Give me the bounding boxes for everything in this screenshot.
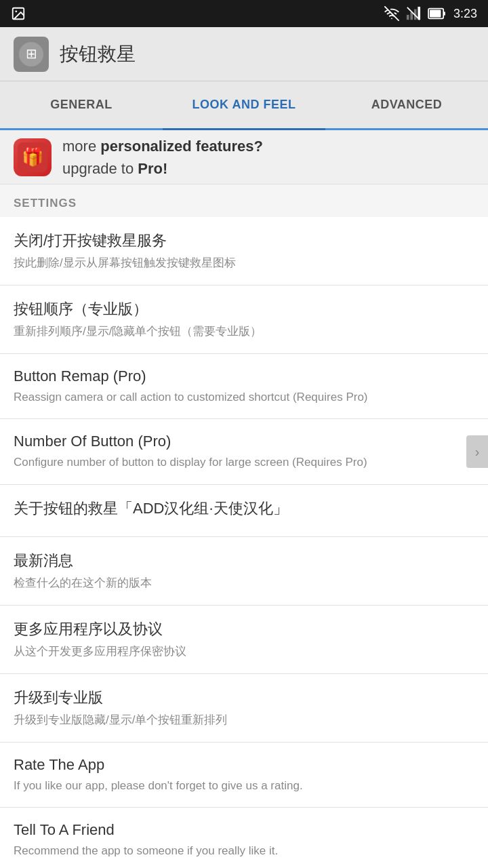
settings-item-title-7: 升级到专业版 — [14, 688, 474, 708]
settings-item-remap[interactable]: Button Remap (Pro) Reassign camera or ca… — [0, 354, 488, 420]
settings-item-title-0: 关闭/打开按键救星服务 — [14, 231, 474, 251]
settings-item-desc-1: 重新排列顺序/显示/隐藏单个按钮（需要专业版） — [14, 323, 474, 340]
image-icon — [11, 6, 26, 21]
battery-icon — [428, 6, 447, 21]
settings-item-desc-0: 按此删除/显示从屏幕按钮触发按键救星图标 — [14, 255, 474, 271]
app-title: 按钮救星 — [60, 41, 136, 67]
settings-item-title-8: Rate The App — [14, 756, 474, 774]
settings-item-service[interactable]: 关闭/打开按键救星服务 按此删除/显示从屏幕按钮触发按键救星图标 — [0, 217, 488, 285]
signal-icon — [406, 6, 421, 21]
svg-text:🎁: 🎁 — [22, 146, 44, 167]
settings-item-about[interactable]: 关于按钮的救星「ADD汉化组·天使汉化」 — [0, 485, 488, 537]
status-left — [11, 6, 26, 21]
settings-item-title-1: 按钮顺序（专业版） — [14, 299, 474, 319]
svg-rect-8 — [430, 10, 441, 18]
settings-item-desc-3: Configure number of button to display fo… — [14, 454, 447, 471]
settings-item-desc-5: 检查什么的在这个新的版本 — [14, 575, 474, 591]
settings-item-title-3: Number Of Button (Pro) — [14, 433, 447, 450]
settings-list: 关闭/打开按键救星服务 按此删除/显示从屏幕按钮触发按键救星图标 按钮顺序（专业… — [0, 217, 488, 868]
tab-general[interactable]: GENERAL — [0, 81, 163, 130]
settings-item-title-9: Tell To A Friend — [14, 821, 474, 839]
tab-look-and-feel[interactable]: LOOK AND FEEL — [163, 81, 325, 130]
settings-item-desc-8: If you like our app, please don't forget… — [14, 778, 474, 794]
status-time: 3:23 — [453, 7, 477, 21]
settings-item-desc-7: 升级到专业版隐藏/显示/单个按钮重新排列 — [14, 712, 474, 728]
svg-rect-2 — [407, 15, 409, 20]
settings-item-title-2: Button Remap (Pro) — [14, 368, 474, 385]
section-header: SETTINGS — [0, 184, 488, 217]
settings-item-desc-2: Reassign camera or call action to custom… — [14, 389, 474, 406]
settings-item-desc-6: 从这个开发更多应用程序保密协议 — [14, 644, 474, 660]
app-bar: ⊞ 按钮救星 — [0, 27, 488, 81]
tabs: GENERAL LOOK AND FEEL ADVANCED — [0, 81, 488, 130]
tab-advanced[interactable]: ADVANCED — [325, 81, 488, 130]
settings-item-friend[interactable]: Tell To A Friend Recommend the app to so… — [0, 808, 488, 868]
svg-text:⊞: ⊞ — [26, 46, 37, 61]
settings-item-news[interactable]: 最新消息 检查什么的在这个新的版本 — [0, 537, 488, 606]
settings-item-desc-9: Recommend the app to someone if you real… — [14, 843, 474, 859]
app-icon: ⊞ — [14, 37, 49, 72]
settings-item-title-5: 最新消息 — [14, 551, 474, 571]
svg-rect-9 — [443, 12, 445, 16]
banner[interactable]: 🎁 more personalized features? upgrade to… — [0, 130, 488, 184]
settings-item-order[interactable]: 按钮顺序（专业版） 重新排列顺序/显示/隐藏单个按钮（需要专业版） — [0, 285, 488, 354]
side-arrow-icon: › — [466, 435, 488, 468]
svg-point-1 — [15, 10, 17, 12]
wifi-icon — [384, 6, 399, 21]
settings-item-upgrade[interactable]: 升级到专业版 升级到专业版隐藏/显示/单个按钮重新排列 — [0, 674, 488, 743]
settings-item-rate[interactable]: Rate The App If you like our app, please… — [0, 743, 488, 808]
settings-item-more-apps[interactable]: 更多应用程序以及协议 从这个开发更多应用程序保密协议 — [0, 606, 488, 674]
settings-item-number[interactable]: Number Of Button (Pro) Configure number … — [0, 419, 488, 485]
banner-text: more personalized features? upgrade to P… — [62, 135, 263, 180]
status-right: 3:23 — [384, 6, 477, 21]
settings-item-title-6: 更多应用程序以及协议 — [14, 619, 474, 639]
banner-icon: 🎁 — [14, 138, 52, 176]
settings-item-title-4: 关于按钮的救星「ADD汉化组·天使汉化」 — [14, 498, 474, 519]
status-bar: 3:23 — [0, 0, 488, 27]
